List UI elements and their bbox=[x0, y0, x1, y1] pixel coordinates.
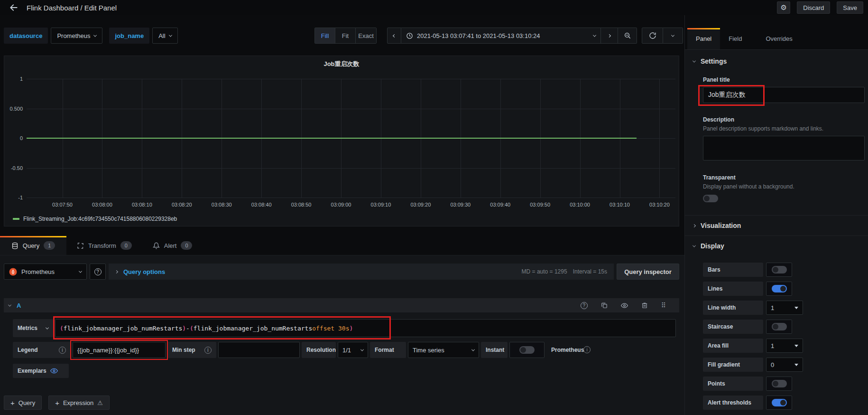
top-nav: Flink Dashboard / Edit Panel ⚙ Discard S… bbox=[0, 0, 868, 15]
disable-query-button[interactable] bbox=[621, 302, 628, 309]
max-data-points-text: MD = auto = 1295 bbox=[522, 268, 567, 275]
query-inspector-button[interactable]: Query inspector bbox=[617, 264, 679, 280]
info-icon: i bbox=[59, 347, 66, 354]
toggle-off bbox=[772, 323, 787, 330]
points-toggle[interactable] bbox=[766, 377, 792, 391]
exemplars-row: Exemplars bbox=[13, 364, 676, 378]
min-step-label: Min step i bbox=[167, 342, 216, 358]
variable-label-job-name[interactable]: job_name bbox=[109, 28, 149, 44]
dashboard-settings-button[interactable]: ⚙ bbox=[777, 1, 790, 14]
fit-mode-fit[interactable]: Fit bbox=[335, 28, 356, 43]
tab-query[interactable]: Query 1 bbox=[0, 236, 66, 255]
query-editor-a: A ? ⠿ bbox=[4, 298, 679, 378]
time-controls: 2021-05-13 03:07:41 to 2021-05-13 03:10:… bbox=[387, 28, 683, 44]
time-shift-back-button[interactable] bbox=[387, 28, 401, 44]
panel-title-input[interactable] bbox=[703, 87, 865, 103]
description-label: Description bbox=[703, 116, 864, 123]
resolution-select[interactable]: 1/1 bbox=[338, 342, 368, 358]
legend-format-value: {{job_name}}:{{job_id}} bbox=[77, 347, 139, 354]
panel-title-label: Panel title bbox=[703, 76, 864, 83]
line-width-select[interactable]: 1 bbox=[766, 301, 803, 315]
x-tick-label: 03:10:00 bbox=[570, 202, 590, 208]
fit-mode-exact[interactable]: Exact bbox=[356, 28, 376, 43]
save-button[interactable]: Save bbox=[837, 1, 863, 14]
sidebar-tab-field[interactable]: Field bbox=[720, 28, 750, 49]
format-label: Format bbox=[370, 342, 406, 358]
variable-label-datasource[interactable]: datasource bbox=[4, 28, 48, 44]
drag-handle[interactable]: ⠿ bbox=[661, 302, 666, 309]
staircase-toggle[interactable] bbox=[766, 320, 792, 334]
query-options-toggle[interactable]: Query options bbox=[123, 268, 165, 275]
toggle-off bbox=[772, 266, 787, 274]
time-range-picker[interactable]: 2021-05-13 03:07:41 to 2021-05-13 03:10:… bbox=[401, 28, 600, 44]
x-axis: 03:07:5003:08:0003:08:1003:08:2003:08:30… bbox=[27, 202, 675, 208]
caret-down-icon bbox=[794, 345, 798, 349]
delete-query-button[interactable] bbox=[641, 302, 648, 309]
page-title: Flink Dashboard / Edit Panel bbox=[27, 4, 117, 12]
datasource-variable-value: Prometheus bbox=[57, 32, 90, 39]
chart-plot-area[interactable] bbox=[27, 79, 675, 198]
tab-alert[interactable]: Alert 0 bbox=[142, 236, 203, 255]
promql-expression-input[interactable]: (flink_jobmanager_job_numRestarts)-(flin… bbox=[55, 319, 676, 337]
discard-button[interactable]: Discard bbox=[797, 1, 830, 14]
alert-thresholds-toggle[interactable] bbox=[766, 396, 792, 410]
warning-icon: ⚠ bbox=[97, 399, 103, 406]
x-tick-label: 03:10:20 bbox=[649, 202, 670, 208]
format-select[interactable]: Time series bbox=[408, 342, 479, 358]
transparent-toggle[interactable] bbox=[703, 195, 864, 204]
x-tick-label: 03:08:40 bbox=[251, 202, 272, 208]
refresh-interval-dropdown[interactable] bbox=[663, 28, 683, 44]
prometheus-icon bbox=[9, 268, 17, 276]
help-icon: ? bbox=[94, 268, 102, 275]
sidebar-tab-panel[interactable]: Panel bbox=[687, 28, 720, 49]
fill-gradient-select[interactable]: 0 bbox=[766, 358, 803, 372]
display-section-header[interactable]: Display bbox=[685, 236, 868, 256]
query-datasource-picker[interactable]: Prometheus bbox=[4, 264, 87, 280]
x-tick-label: 03:09:30 bbox=[450, 202, 471, 208]
chevron-down-icon bbox=[671, 33, 674, 37]
back-button[interactable] bbox=[6, 1, 22, 14]
instant-label-text: Instant bbox=[486, 347, 504, 353]
grip-icon: ⠿ bbox=[661, 302, 666, 309]
chevron-down-icon bbox=[79, 269, 82, 273]
visualization-section-header[interactable]: Visualization bbox=[685, 216, 868, 236]
duplicate-query-button[interactable] bbox=[601, 302, 608, 309]
datasource-hint-label: Prometheus bbox=[546, 342, 582, 358]
exemplars-eye-icon[interactable] bbox=[50, 367, 58, 375]
query-a-header[interactable]: A ? ⠿ bbox=[4, 298, 679, 312]
sidebar-tab-overrides[interactable]: Overrides bbox=[757, 28, 801, 49]
datasource-help-button[interactable]: ? bbox=[90, 264, 106, 280]
add-query-button[interactable]: + Query bbox=[4, 396, 42, 410]
expr-token: ( bbox=[60, 325, 64, 332]
zoom-out-button[interactable] bbox=[618, 28, 637, 44]
refresh-button[interactable] bbox=[642, 28, 663, 44]
bars-toggle[interactable] bbox=[766, 263, 792, 277]
metrics-dropdown[interactable]: Metrics bbox=[13, 319, 53, 337]
settings-section-header[interactable]: Settings bbox=[685, 57, 868, 65]
add-expression-button[interactable]: + Expression ⚠ bbox=[48, 396, 110, 410]
caret-down-icon bbox=[794, 364, 798, 368]
display-row-bars: Bars bbox=[703, 263, 864, 277]
expr-token: offset 30s bbox=[312, 325, 349, 332]
instant-toggle[interactable] bbox=[509, 342, 545, 358]
display-row-points: Points bbox=[703, 377, 864, 391]
legend-item[interactable]: Flink_Streaming_Job:4c69fc734550c7415880… bbox=[13, 216, 177, 222]
display-row-line-width: Line width 1 bbox=[703, 301, 864, 315]
legend-format-input[interactable]: {{job_name}}:{{job_id}} bbox=[73, 342, 166, 358]
time-shift-forward-button[interactable] bbox=[600, 28, 618, 44]
job-name-variable-picker[interactable]: All bbox=[152, 28, 177, 44]
toggle-off bbox=[703, 195, 718, 202]
min-step-input[interactable] bbox=[218, 342, 300, 358]
area-fill-select[interactable]: 1 bbox=[766, 339, 803, 353]
visualization-heading: Visualization bbox=[701, 222, 741, 229]
datasource-variable-picker[interactable]: Prometheus bbox=[51, 28, 102, 44]
fit-mode-fill[interactable]: Fill bbox=[315, 28, 335, 43]
display-row-staircase: Staircase bbox=[703, 320, 864, 334]
expr-token: flink_jobmanager_job_numRestarts bbox=[194, 325, 312, 332]
description-textarea[interactable] bbox=[703, 136, 865, 160]
tab-transform[interactable]: Transform 0 bbox=[66, 236, 142, 255]
lines-toggle[interactable] bbox=[766, 282, 792, 296]
min-step-label-text: Min step bbox=[172, 347, 195, 353]
chevron-down-icon bbox=[693, 244, 696, 247]
query-help-button[interactable]: ? bbox=[581, 302, 588, 309]
